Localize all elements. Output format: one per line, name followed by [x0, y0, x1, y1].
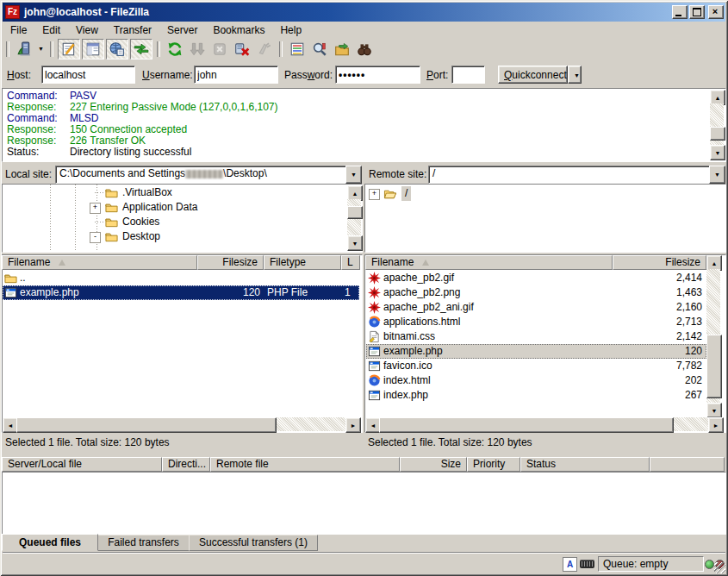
find-files-button[interactable]	[354, 40, 375, 59]
tab-failed-transfers[interactable]: Failed transfers	[97, 535, 190, 551]
local-col-filesize[interactable]: Filesize	[197, 255, 264, 270]
remote-row[interactable]: index.html 202	[366, 373, 706, 388]
php-file-icon	[368, 389, 381, 402]
close-button[interactable]: ×	[708, 5, 724, 19]
menu-help[interactable]: Help	[272, 22, 309, 38]
toggle-queue-button[interactable]	[130, 39, 152, 59]
local-row-parent-dir[interactable]: ..	[3, 271, 359, 285]
remote-hscroll-right[interactable]: ►	[708, 417, 724, 433]
toggle-local-tree-button[interactable]	[82, 39, 104, 59]
tab-queued-files[interactable]: Queued files	[2, 534, 98, 551]
local-hscroll-thumb[interactable]	[16, 417, 277, 433]
remote-site-path[interactable]: /	[428, 166, 713, 184]
remote-row-selected[interactable]: example.php 120	[366, 344, 706, 359]
host-input[interactable]	[41, 66, 135, 84]
remote-selection-status: Selected 1 file. Total size: 120 bytes	[368, 436, 532, 448]
local-site-dropdown[interactable]: ▼	[345, 166, 362, 184]
quickconnect-dropdown[interactable]: ▼	[568, 66, 582, 84]
site-manager-button[interactable]	[14, 40, 34, 59]
remote-scrollbar-thumb[interactable]	[706, 335, 722, 398]
reconnect-button[interactable]	[254, 40, 275, 59]
local-selection-status: Selected 1 file. Total size: 120 bytes	[5, 436, 170, 448]
toggle-remote-tree-button[interactable]	[106, 39, 128, 59]
folder-icon	[105, 230, 118, 243]
sort-ascending-icon	[422, 260, 429, 266]
queue-col-direction[interactable]: Directi...	[162, 457, 210, 472]
apache-file-icon	[368, 286, 381, 299]
site-manager-icon	[16, 41, 32, 57]
resize-grip[interactable]	[714, 562, 725, 573]
port-input[interactable]	[451, 66, 485, 84]
tree-expander[interactable]: +	[369, 189, 380, 200]
maximize-button[interactable]	[689, 5, 705, 19]
filters-icon	[289, 41, 305, 57]
menu-server[interactable]: Server	[159, 22, 205, 38]
remote-site-dropdown[interactable]: ▼	[709, 166, 725, 184]
remote-row[interactable]: favicon.ico 7,782	[366, 359, 706, 373]
process-queue-button[interactable]	[187, 40, 208, 59]
synchronized-browsing-button[interactable]	[332, 40, 352, 59]
tree-expander[interactable]: +	[90, 203, 101, 214]
log-scroll-down[interactable]: ▼	[710, 145, 725, 160]
reconnect-icon	[257, 41, 272, 57]
queue-col-size[interactable]: Size	[400, 457, 467, 472]
remote-hscroll-thumb[interactable]	[379, 417, 674, 433]
minimize-button[interactable]	[672, 5, 688, 19]
statusbar-divider-highlight	[3, 553, 725, 554]
queue-col-server-local-file[interactable]: Server/Local file	[2, 457, 162, 472]
queue-col-remote-file[interactable]: Remote file	[210, 457, 400, 472]
log-scrollbar-thumb[interactable]	[710, 127, 725, 141]
remote-row[interactable]: applications.html 2,713	[366, 315, 706, 329]
toggle-message-log-button[interactable]	[58, 39, 80, 59]
menu-view[interactable]: View	[68, 22, 106, 38]
remote-scroll-down[interactable]: ▼	[706, 403, 722, 418]
toolbar-separator	[6, 41, 9, 57]
queue-col-status[interactable]: Status	[520, 457, 650, 472]
menu-bookmarks[interactable]: Bookmarks	[205, 22, 272, 38]
php-file-icon	[368, 345, 381, 358]
local-col-filetype[interactable]: Filetype	[264, 255, 341, 270]
username-label: Username:	[142, 69, 193, 81]
remote-col-filesize[interactable]: Filesize	[613, 255, 706, 270]
remote-row[interactable]: index.php 267	[366, 388, 706, 403]
disconnect-icon	[234, 41, 250, 57]
password-label: Password:	[284, 69, 333, 81]
host-label: Host:	[7, 69, 31, 81]
queue-col-empty	[650, 457, 725, 472]
filename-filters-button[interactable]	[287, 40, 308, 59]
local-tree-scrollbar-thumb[interactable]	[347, 206, 363, 219]
queue-icon	[134, 41, 149, 57]
remote-directory-tree	[364, 184, 726, 253]
local-col-lastmodified[interactable]: L	[341, 255, 360, 270]
remote-row[interactable]: bitnami.css 2,142	[366, 329, 706, 344]
local-directory-tree	[2, 184, 363, 253]
remote-row[interactable]: apache_pb2.png 1,463	[366, 285, 706, 300]
local-col-filename[interactable]: Filename	[2, 255, 197, 270]
local-site-path[interactable]: C:\Documents and Settings\Desktop\	[55, 166, 350, 184]
cancel-operation-button[interactable]	[209, 40, 230, 59]
menu-file[interactable]: File	[3, 22, 34, 38]
close-icon: ×	[709, 5, 721, 17]
comparison-icon	[312, 41, 327, 57]
activity-led-green	[705, 560, 714, 569]
local-tree-scroll-down[interactable]: ▼	[347, 235, 363, 251]
menu-transfer[interactable]: Transfer	[106, 22, 159, 38]
directory-comparison-button[interactable]	[309, 40, 330, 59]
password-input[interactable]	[335, 66, 420, 84]
synchronized-browsing-icon	[334, 41, 350, 57]
remote-col-filename[interactable]: Filename	[365, 255, 613, 270]
quickconnect-button[interactable]: Quickconnect	[498, 66, 568, 84]
queue-col-priority[interactable]: Priority	[467, 457, 520, 472]
tab-successful-transfers[interactable]: Successful transfers (1)	[189, 535, 318, 551]
refresh-button[interactable]	[165, 40, 185, 59]
site-manager-dropdown[interactable]: ▼	[35, 40, 47, 59]
remote-row[interactable]: apache_pb2_ani.gif 2,160	[366, 300, 706, 315]
remote-row[interactable]: apache_pb2.gif 2,414	[366, 271, 706, 285]
local-hscroll-right[interactable]: ►	[345, 417, 361, 433]
menu-edit[interactable]: Edit	[34, 22, 68, 38]
data-type-indicator-icon: A	[563, 557, 577, 572]
disconnect-button[interactable]	[232, 40, 252, 59]
tree-expander[interactable]: -	[90, 232, 101, 243]
username-input[interactable]	[194, 66, 278, 84]
local-row-example-php[interactable]: example.php 120 PHP File 1	[3, 285, 359, 300]
